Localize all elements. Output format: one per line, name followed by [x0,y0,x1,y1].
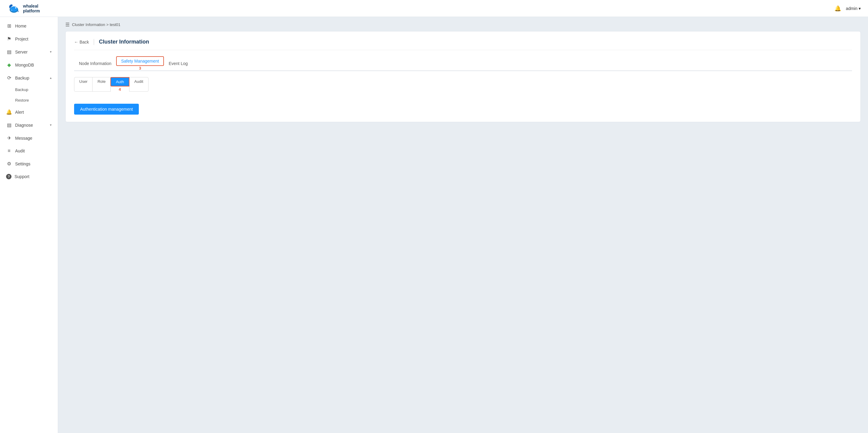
diagnose-icon: ▤ [6,122,12,128]
sidebar-label-support: Support [14,174,29,179]
sidebar-item-home[interactable]: ⊞ Home [0,19,58,32]
sidebar-label-project: Project [15,37,28,41]
subtab-role[interactable]: Role [92,77,111,92]
backup-icon: ⟳ [6,75,12,81]
alert-icon: 🔔 [6,109,12,115]
top-header: whaleal platform 🔔 admin ▾ [0,0,868,17]
main-tabs: Node Information Safety Management 3 Eve… [74,56,852,71]
sidebar-item-message[interactable]: ✈ Message [0,131,58,145]
sidebar-item-backup[interactable]: ⟳ Backup ▴ [0,71,58,84]
project-icon: ⚑ [6,36,12,42]
support-icon: ? [6,174,11,179]
sidebar: ⊞ Home ⚑ Project ▤ Server ▾ ◆ MongoDB ⟳ … [0,17,58,433]
sidebar-label-audit: Audit [15,149,25,153]
sidebar-item-mongodb[interactable]: ◆ MongoDB [0,58,58,71]
diagnose-arrow-icon: ▾ [50,123,52,127]
admin-name-label: admin [846,6,858,11]
message-icon: ✈ [6,135,12,141]
sidebar-label-alert: Alert [15,110,24,115]
svg-point-2 [15,7,16,8]
server-arrow-icon: ▾ [50,50,52,54]
admin-menu[interactable]: admin ▾ [846,6,861,11]
sidebar-label-server: Server [15,50,28,55]
main-layout: ⊞ Home ⚑ Project ▤ Server ▾ ◆ MongoDB ⟳ … [0,17,868,433]
sub-tabs: User Role Auth 4 Audit [74,77,149,92]
admin-arrow-icon: ▾ [859,6,861,11]
tab-node-info[interactable]: Node Information [74,59,116,69]
tab-event-log[interactable]: Event Log [164,59,193,69]
audit-icon: ≡ [6,148,12,154]
logo-icon [7,2,21,15]
server-icon: ▤ [6,49,12,55]
sidebar-item-backup-sub[interactable]: Backup [0,84,58,95]
sidebar-label-message: Message [15,136,32,141]
sidebar-item-diagnose[interactable]: ▤ Diagnose ▾ [0,119,58,131]
sidebar-label-restore: Restore [15,98,29,102]
logo-text: whaleal platform [23,4,40,13]
mongodb-icon: ◆ [6,62,12,68]
home-icon: ⊞ [6,23,12,29]
sub-tabs-row: User Role Auth 4 Audit [74,77,852,98]
content-area: ☰ Cluster Information > test01 ← Back Cl… [58,17,868,433]
sidebar-label-home: Home [15,24,26,28]
card-title: Cluster Information [99,39,149,45]
sidebar-label-diagnose: Diagnose [15,123,33,128]
main-card: ← Back Cluster Information Node Informat… [65,31,861,122]
sidebar-label-settings: Settings [15,161,31,166]
auth-tab-badge: 4 [119,87,121,92]
sidebar-item-support[interactable]: ? Support [0,170,58,183]
back-button[interactable]: ← Back [74,40,89,44]
sidebar-item-settings[interactable]: ⚙ Settings [0,157,58,170]
svg-point-3 [10,9,12,11]
header-right: 🔔 admin ▾ [834,5,861,12]
sidebar-item-restore[interactable]: Restore [0,95,58,105]
sidebar-item-audit[interactable]: ≡ Audit [0,145,58,157]
sidebar-label-backup: Backup [15,75,29,81]
subtab-auth[interactable]: Auth [111,77,129,87]
sidebar-item-alert[interactable]: 🔔 Alert [0,105,58,119]
header-divider [94,39,94,45]
safety-tab-badge: 3 [139,66,141,70]
card-header: ← Back Cluster Information [74,39,852,50]
auth-management-button[interactable]: Authentication management [74,104,139,115]
sidebar-label-mongodb: MongoDB [15,63,34,67]
breadcrumb: ☰ Cluster Information > test01 [65,22,861,28]
breadcrumb-menu-icon: ☰ [65,22,69,28]
sidebar-item-project[interactable]: ⚑ Project [0,32,58,45]
subtab-audit[interactable]: Audit [129,77,149,92]
sidebar-label-backup-sub: Backup [15,87,28,92]
breadcrumb-path: Cluster Information > test01 [72,22,120,27]
sidebar-item-server[interactable]: ▤ Server ▾ [0,45,58,58]
backup-arrow-icon: ▴ [50,76,52,80]
bell-icon[interactable]: 🔔 [834,5,841,12]
logo-area: whaleal platform [7,2,40,15]
subtab-auth-wrapper: Auth 4 [111,77,129,92]
subtab-user[interactable]: User [74,77,93,92]
settings-icon: ⚙ [6,161,12,166]
tab-safety-management[interactable]: Safety Management [116,56,164,66]
